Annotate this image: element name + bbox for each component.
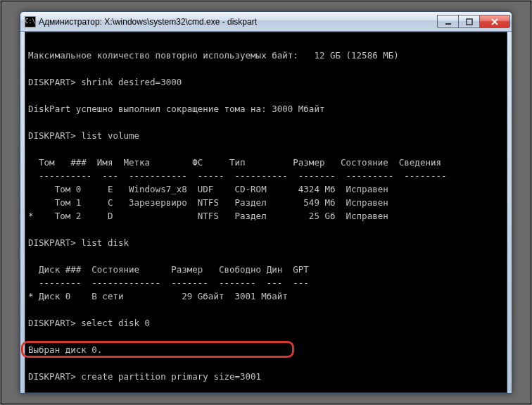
- table-row: Том 0 E Windows7_x8 UDF CD-ROM 4324 Мб И…: [28, 184, 388, 194]
- titlebar[interactable]: C:\ Администратор: X:\windows\system32\c…: [20, 12, 512, 32]
- maximize-button[interactable]: [458, 15, 479, 28]
- table-header: Диск ### Состояние Размер Свободно Дин G…: [28, 264, 309, 275]
- terminal-output[interactable]: Максимальное количество повторно использ…: [25, 32, 507, 393]
- output-line: DiskPart успешно выполнил сокращение том…: [28, 104, 324, 114]
- table-row: Том 1 C Зарезервиро NTFS Раздел 549 Мб И…: [28, 197, 388, 208]
- cmd-icon: C:\: [25, 16, 36, 27]
- table-rule: ---------- --- ----------- ----- -------…: [28, 170, 447, 181]
- window-title: Администратор: X:\windows\system32\cmd.e…: [39, 17, 437, 27]
- close-button[interactable]: [479, 15, 510, 28]
- table-row: * Диск 0 В сети 29 Gбайт 3001 Mбайт: [28, 291, 288, 301]
- output-line: Выбран диск 0.: [28, 344, 102, 355]
- cmd-window: C:\ Администратор: X:\windows\system32\c…: [20, 11, 512, 394]
- table-row: * Том 2 D NTFS Раздел 25 Gб Исправен: [28, 211, 388, 221]
- output-line: Максимальное количество повторно использ…: [28, 50, 399, 61]
- table-header: Том ### Имя Метка ФС Тип Размер Состояни…: [28, 157, 441, 168]
- prompt-line: DISKPART> list volume: [28, 130, 139, 141]
- svg-rect-0: [445, 23, 451, 25]
- prompt-line: DISKPART> create partition primary size=…: [28, 371, 261, 382]
- prompt-line: DISKPART> shrink desired=3000: [28, 77, 182, 87]
- prompt-line: DISKPART> list disk: [28, 237, 129, 248]
- svg-rect-1: [467, 19, 472, 25]
- minimize-button[interactable]: [437, 15, 458, 28]
- table-rule: -------- ------------- ------- ------- -…: [28, 278, 309, 288]
- prompt-line: DISKPART> select disk 0: [28, 318, 150, 328]
- window-controls: [437, 15, 510, 28]
